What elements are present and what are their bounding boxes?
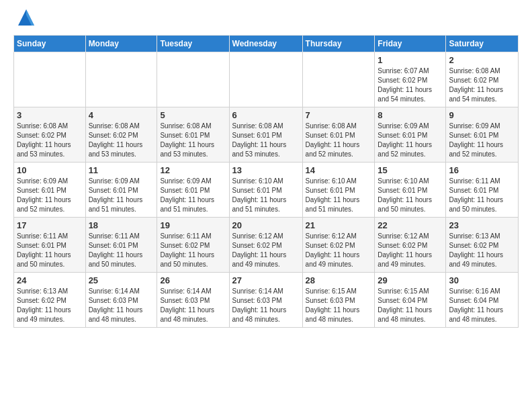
day-number: 20: [232, 220, 300, 230]
day-info: Sunrise: 6:14 AMSunset: 6:03 PMDaylight:…: [232, 287, 300, 324]
day-number: 16: [449, 165, 515, 175]
day-cell-5: 5Sunrise: 6:08 AMSunset: 6:01 PMDaylight…: [157, 107, 229, 163]
day-number: 7: [306, 110, 372, 120]
day-cell-11: 11Sunrise: 6:09 AMSunset: 6:01 PMDayligh…: [85, 163, 157, 218]
day-cell-12: 12Sunrise: 6:09 AMSunset: 6:01 PMDayligh…: [157, 163, 229, 218]
day-info: Sunrise: 6:14 AMSunset: 6:03 PMDaylight:…: [89, 287, 154, 324]
day-cell-1: 1Sunrise: 6:07 AMSunset: 6:02 PMDaylight…: [375, 52, 446, 107]
day-cell-6: 6Sunrise: 6:08 AMSunset: 6:01 PMDaylight…: [229, 107, 302, 163]
day-number: 21: [306, 220, 372, 230]
day-info: Sunrise: 6:09 AMSunset: 6:01 PMDaylight:…: [160, 177, 226, 214]
day-number: 23: [449, 220, 515, 230]
day-cell-20: 20Sunrise: 6:12 AMSunset: 6:02 PMDayligh…: [229, 218, 302, 273]
day-number: 22: [378, 220, 443, 230]
day-cell-3: 3Sunrise: 6:08 AMSunset: 6:02 PMDaylight…: [14, 107, 86, 163]
day-number: 10: [17, 165, 83, 175]
weekday-header-tuesday: Tuesday: [157, 36, 229, 52]
weekday-header-sunday: Sunday: [14, 36, 86, 52]
day-cell-22: 22Sunrise: 6:12 AMSunset: 6:02 PMDayligh…: [375, 218, 446, 273]
day-number: 30: [449, 275, 515, 285]
day-info: Sunrise: 6:15 AMSunset: 6:04 PMDaylight:…: [378, 287, 443, 324]
day-cell-17: 17Sunrise: 6:11 AMSunset: 6:01 PMDayligh…: [14, 218, 86, 273]
day-number: 4: [89, 110, 154, 120]
weekday-header-wednesday: Wednesday: [229, 36, 302, 52]
weekday-header-saturday: Saturday: [446, 36, 519, 52]
day-info: Sunrise: 6:12 AMSunset: 6:02 PMDaylight:…: [378, 232, 443, 269]
empty-cell: [229, 52, 302, 107]
day-info: Sunrise: 6:09 AMSunset: 6:01 PMDaylight:…: [17, 177, 83, 214]
logo: [13, 11, 37, 28]
week-row-2: 3Sunrise: 6:08 AMSunset: 6:02 PMDaylight…: [14, 107, 519, 163]
day-info: Sunrise: 6:08 AMSunset: 6:02 PMDaylight:…: [449, 66, 515, 104]
day-number: 14: [306, 165, 372, 175]
day-info: Sunrise: 6:08 AMSunset: 6:01 PMDaylight:…: [232, 122, 300, 159]
day-number: 25: [89, 275, 154, 285]
day-number: 1: [378, 55, 443, 65]
day-cell-10: 10Sunrise: 6:09 AMSunset: 6:01 PMDayligh…: [14, 163, 86, 218]
day-cell-14: 14Sunrise: 6:10 AMSunset: 6:01 PMDayligh…: [302, 163, 375, 218]
day-number: 13: [232, 165, 300, 175]
day-cell-25: 25Sunrise: 6:14 AMSunset: 6:03 PMDayligh…: [85, 273, 157, 328]
day-info: Sunrise: 6:12 AMSunset: 6:02 PMDaylight:…: [232, 232, 300, 269]
day-info: Sunrise: 6:13 AMSunset: 6:02 PMDaylight:…: [17, 287, 83, 324]
day-cell-19: 19Sunrise: 6:11 AMSunset: 6:02 PMDayligh…: [157, 218, 229, 273]
empty-cell: [14, 52, 86, 107]
day-info: Sunrise: 6:11 AMSunset: 6:01 PMDaylight:…: [17, 232, 83, 269]
day-info: Sunrise: 6:07 AMSunset: 6:02 PMDaylight:…: [378, 66, 443, 104]
day-info: Sunrise: 6:13 AMSunset: 6:02 PMDaylight:…: [449, 232, 515, 269]
day-number: 8: [378, 110, 443, 120]
day-cell-8: 8Sunrise: 6:09 AMSunset: 6:01 PMDaylight…: [375, 107, 446, 163]
week-row-1: 1Sunrise: 6:07 AMSunset: 6:02 PMDaylight…: [14, 52, 519, 107]
weekday-header-monday: Monday: [85, 36, 157, 52]
day-number: 17: [17, 220, 83, 230]
day-cell-18: 18Sunrise: 6:11 AMSunset: 6:01 PMDayligh…: [85, 218, 157, 273]
day-cell-23: 23Sunrise: 6:13 AMSunset: 6:02 PMDayligh…: [446, 218, 519, 273]
weekday-header-friday: Friday: [375, 36, 446, 52]
day-number: 27: [232, 275, 300, 285]
day-cell-15: 15Sunrise: 6:10 AMSunset: 6:01 PMDayligh…: [375, 163, 446, 218]
day-cell-26: 26Sunrise: 6:14 AMSunset: 6:03 PMDayligh…: [157, 273, 229, 328]
weekday-header-thursday: Thursday: [302, 36, 375, 52]
day-number: 2: [449, 55, 515, 65]
day-number: 11: [89, 165, 154, 175]
empty-cell: [157, 52, 229, 107]
day-number: 12: [160, 165, 226, 175]
day-number: 24: [17, 275, 83, 285]
day-number: 3: [17, 110, 83, 120]
day-cell-9: 9Sunrise: 6:09 AMSunset: 6:01 PMDaylight…: [446, 107, 519, 163]
day-info: Sunrise: 6:16 AMSunset: 6:04 PMDaylight:…: [449, 287, 515, 324]
day-cell-29: 29Sunrise: 6:15 AMSunset: 6:04 PMDayligh…: [375, 273, 446, 328]
weekday-header-row: SundayMondayTuesdayWednesdayThursdayFrid…: [14, 36, 519, 52]
day-cell-21: 21Sunrise: 6:12 AMSunset: 6:02 PMDayligh…: [302, 218, 375, 273]
day-info: Sunrise: 6:15 AMSunset: 6:03 PMDaylight:…: [306, 287, 372, 324]
day-info: Sunrise: 6:08 AMSunset: 6:02 PMDaylight:…: [89, 122, 154, 159]
logo-icon: [15, 7, 37, 28]
day-cell-28: 28Sunrise: 6:15 AMSunset: 6:03 PMDayligh…: [302, 273, 375, 328]
day-number: 19: [160, 220, 226, 230]
day-number: 15: [378, 165, 443, 175]
calendar: SundayMondayTuesdayWednesdayThursdayFrid…: [13, 35, 519, 328]
day-info: Sunrise: 6:11 AMSunset: 6:01 PMDaylight:…: [89, 232, 154, 269]
day-cell-4: 4Sunrise: 6:08 AMSunset: 6:02 PMDaylight…: [85, 107, 157, 163]
day-number: 26: [160, 275, 226, 285]
day-info: Sunrise: 6:14 AMSunset: 6:03 PMDaylight:…: [160, 287, 226, 324]
day-number: 28: [306, 275, 372, 285]
day-number: 6: [232, 110, 300, 120]
week-row-3: 10Sunrise: 6:09 AMSunset: 6:01 PMDayligh…: [14, 163, 519, 218]
day-cell-16: 16Sunrise: 6:11 AMSunset: 6:01 PMDayligh…: [446, 163, 519, 218]
day-info: Sunrise: 6:08 AMSunset: 6:02 PMDaylight:…: [17, 122, 83, 159]
header: [13, 11, 519, 28]
day-info: Sunrise: 6:08 AMSunset: 6:01 PMDaylight:…: [306, 122, 372, 159]
day-cell-13: 13Sunrise: 6:10 AMSunset: 6:01 PMDayligh…: [229, 163, 302, 218]
day-info: Sunrise: 6:09 AMSunset: 6:01 PMDaylight:…: [449, 122, 515, 159]
day-info: Sunrise: 6:10 AMSunset: 6:01 PMDaylight:…: [306, 177, 372, 214]
day-info: Sunrise: 6:10 AMSunset: 6:01 PMDaylight:…: [378, 177, 443, 214]
day-info: Sunrise: 6:09 AMSunset: 6:01 PMDaylight:…: [89, 177, 154, 214]
day-cell-7: 7Sunrise: 6:08 AMSunset: 6:01 PMDaylight…: [302, 107, 375, 163]
day-info: Sunrise: 6:10 AMSunset: 6:01 PMDaylight:…: [232, 177, 300, 214]
day-info: Sunrise: 6:11 AMSunset: 6:02 PMDaylight:…: [160, 232, 226, 269]
week-row-4: 17Sunrise: 6:11 AMSunset: 6:01 PMDayligh…: [14, 218, 519, 273]
day-info: Sunrise: 6:12 AMSunset: 6:02 PMDaylight:…: [306, 232, 372, 269]
week-row-5: 24Sunrise: 6:13 AMSunset: 6:02 PMDayligh…: [14, 273, 519, 328]
empty-cell: [85, 52, 157, 107]
